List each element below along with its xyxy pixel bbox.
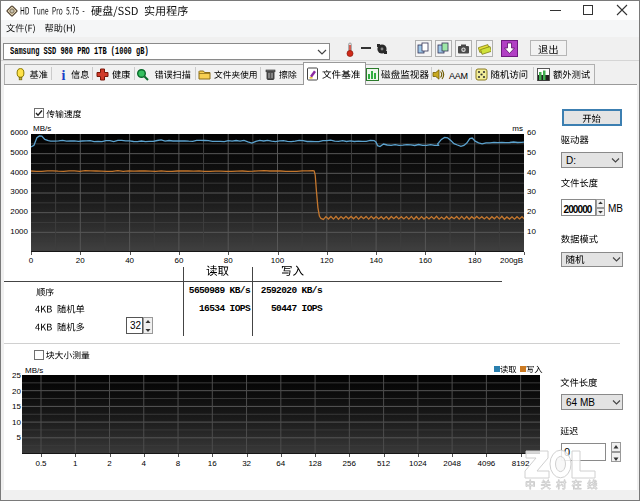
svg-text:i: i xyxy=(62,68,66,81)
